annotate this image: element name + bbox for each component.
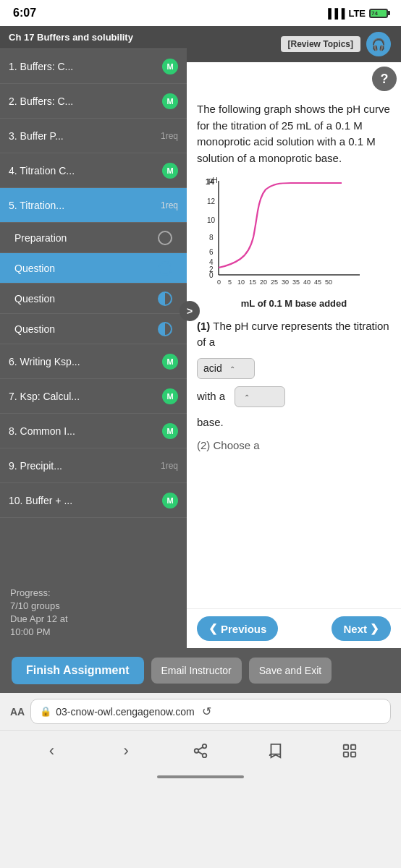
svg-rect-23	[350, 745, 355, 749]
circle-icon-q2	[158, 292, 172, 306]
bottom-navigation: ‹ ›	[0, 730, 401, 771]
badge-m-2: M	[162, 93, 178, 109]
svg-text:5: 5	[228, 278, 232, 286]
question-section: (1) The pH curve represents the titratio…	[197, 318, 391, 454]
status-bar: 6:07 ▐▐▐ LTE 74	[0, 0, 401, 26]
sidebar-item-4[interactable]: 4. Titration C... M	[0, 153, 187, 188]
status-right: ▐▐▐ LTE 74	[325, 8, 388, 19]
svg-text:0: 0	[217, 278, 221, 286]
aa-label[interactable]: AA	[10, 706, 25, 718]
progress-section: Progress: 7/10 groups Due Apr 12 at 10:0…	[0, 579, 187, 648]
finish-assignment-button[interactable]: Finish Assignment	[12, 657, 144, 684]
review-topics-button[interactable]: [Review Topics]	[281, 36, 360, 52]
svg-rect-22	[343, 745, 347, 749]
sidebar-sub-question-1[interactable]: Question	[0, 253, 187, 284]
forward-button[interactable]: ›	[108, 738, 144, 764]
save-and-exit-button[interactable]: Save and Exit	[249, 658, 332, 684]
url-text: 03-cnow-owl.cengagenow.com	[56, 706, 194, 718]
svg-rect-24	[343, 752, 347, 757]
sidebar-item-10[interactable]: 10. Buffer + ... M	[0, 483, 187, 518]
sidebar-sub-question-2[interactable]: Question	[0, 284, 187, 314]
bottom-action-bar: Finish Assignment Email Instructor Save …	[0, 648, 401, 693]
next-button[interactable]: Next ❯	[332, 616, 391, 641]
question2-text: (2) Choose a	[197, 438, 391, 454]
svg-text:10: 10	[207, 216, 216, 224]
battery-icon: 74	[369, 9, 388, 18]
sidebar-item-2[interactable]: 2. Buffers: C... M	[0, 84, 187, 119]
bookmarks-button[interactable]	[257, 738, 293, 764]
badge-m-6: M	[162, 354, 178, 370]
chart-x-label: mL of 0.1 M base added	[197, 297, 391, 311]
base-type-dropdown[interactable]	[235, 386, 285, 407]
nav-buttons: ❮ Previous Next ❯	[187, 608, 401, 648]
expand-sidebar-button[interactable]: >	[180, 301, 200, 321]
sidebar-item-8[interactable]: 8. Common I... M	[0, 414, 187, 448]
headphone-button[interactable]: 🎧	[366, 32, 391, 56]
progress-due: Due Apr 12 at	[10, 613, 177, 624]
circle-icon-q1	[158, 261, 172, 276]
svg-text:8: 8	[209, 234, 214, 242]
browser-bar: AA 🔒 03-cnow-owl.cengagenow.com ↺	[0, 693, 401, 730]
sidebar-sub-preparation[interactable]: Preparation	[0, 223, 187, 253]
back-button[interactable]: ‹	[33, 738, 69, 764]
question1-text: (1) The pH curve represents the titratio…	[197, 318, 391, 351]
svg-text:pH: pH	[208, 176, 218, 184]
svg-text:25: 25	[271, 278, 278, 286]
svg-text:45: 45	[314, 278, 321, 286]
svg-rect-25	[350, 752, 355, 757]
svg-text:30: 30	[282, 278, 289, 286]
sidebar-item-1[interactable]: 1. Buffers: C... M	[0, 49, 187, 84]
sidebar-header: Ch 17 Buffers and solubility	[0, 26, 187, 49]
reload-icon[interactable]: ↺	[202, 705, 211, 718]
svg-text:12: 12	[207, 197, 216, 205]
lock-icon: 🔒	[40, 706, 51, 717]
progress-label: Progress:	[10, 587, 177, 598]
svg-text:20: 20	[260, 278, 267, 286]
badge-m-8: M	[162, 423, 178, 439]
signal-bars-icon: ▐▐▐	[325, 8, 345, 19]
lte-label: LTE	[348, 8, 366, 19]
svg-text:35: 35	[292, 278, 300, 286]
svg-text:6: 6	[209, 248, 214, 256]
badge-m-10: M	[162, 493, 178, 509]
sidebar-item-9[interactable]: 9. Precipit... 1req	[0, 448, 187, 483]
svg-text:0: 0	[209, 271, 214, 279]
share-button[interactable]	[182, 738, 219, 764]
help-button[interactable]: ?	[372, 67, 397, 91]
tabs-button[interactable]	[332, 738, 368, 764]
svg-text:50: 50	[325, 278, 332, 286]
home-bar	[157, 775, 244, 778]
main-area: Ch 17 Buffers and solubility 1. Buffers:…	[0, 26, 401, 648]
content-area: [Review Topics] 🎧 ? The following graph …	[187, 26, 401, 648]
badge-m-7: M	[162, 388, 178, 404]
content-text: The following graph shows the pH curve f…	[197, 101, 391, 166]
question1-body: The pH curve represents the titration of…	[197, 320, 389, 349]
status-time: 6:07	[13, 7, 36, 20]
progress-time: 10:00 PM	[10, 626, 177, 637]
svg-text:10: 10	[237, 278, 245, 286]
badge-m-1: M	[162, 59, 178, 75]
url-bar[interactable]: 🔒 03-cnow-owl.cengagenow.com ↺	[30, 699, 391, 724]
content-header: [Review Topics] 🎧	[187, 26, 401, 62]
sidebar-title: Ch 17 Buffers and solubility	[9, 32, 133, 43]
with-a-label: with a	[197, 390, 225, 402]
circle-icon-q3	[158, 322, 172, 336]
question1-number: (1)	[197, 320, 210, 332]
svg-text:40: 40	[303, 278, 311, 286]
sidebar: Ch 17 Buffers and solubility 1. Buffers:…	[0, 26, 187, 648]
sidebar-sub-question-3[interactable]: Question	[0, 314, 187, 344]
email-instructor-button[interactable]: Email Instructor	[151, 658, 242, 684]
previous-button[interactable]: ❮ Previous	[197, 616, 278, 641]
content-body: The following graph shows the pH curve f…	[187, 91, 401, 608]
badge-m-4: M	[162, 163, 178, 179]
acid-dropdown[interactable]: acid	[197, 358, 255, 379]
sidebar-item-3[interactable]: 3. Buffer P... 1req	[0, 119, 187, 153]
sidebar-item-5[interactable]: 5. Titration... 1req	[0, 188, 187, 223]
home-indicator	[0, 771, 401, 784]
circle-icon-preparation	[158, 231, 172, 245]
progress-groups: 7/10 groups	[10, 600, 177, 611]
chart-container: 14 pH 12 10 8 6 4 2 0 0 5 10 15 20 25	[197, 174, 391, 289]
svg-text:15: 15	[249, 278, 256, 286]
sidebar-item-6[interactable]: 6. Writing Ksp... M	[0, 344, 187, 379]
sidebar-item-7[interactable]: 7. Ksp: Calcul... M	[0, 379, 187, 414]
